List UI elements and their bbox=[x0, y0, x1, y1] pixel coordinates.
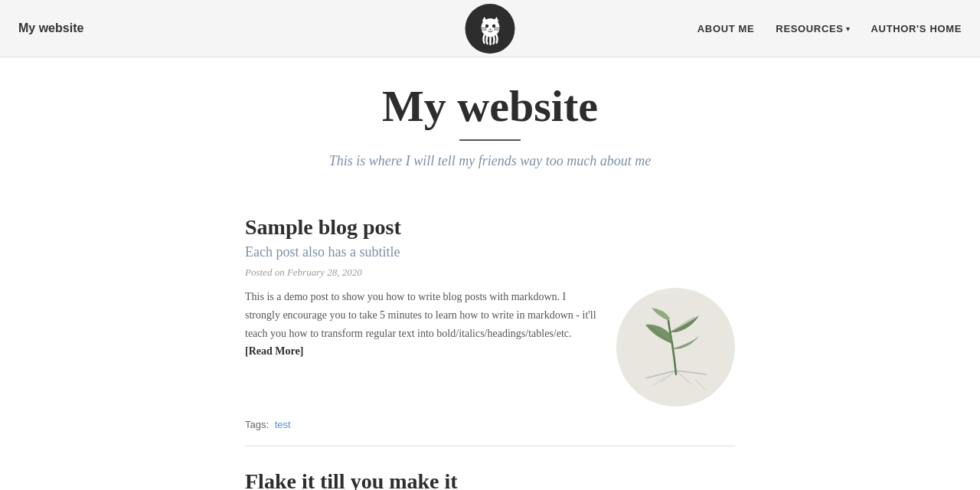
nav-brand[interactable]: My website bbox=[18, 21, 83, 35]
hero-divider bbox=[459, 139, 521, 141]
content-area: Sample blog post Each post also has a su… bbox=[130, 185, 850, 490]
nav-item-about[interactable]: ABOUT ME bbox=[697, 21, 755, 35]
blog-post-2-preview: Flake it till you make it bbox=[245, 454, 735, 490]
nav-item-author-home[interactable]: AUTHOR'S HOME bbox=[871, 21, 962, 35]
blog-listing: Sample blog post Each post also has a su… bbox=[245, 185, 735, 490]
post-subtitle-1: Each post also has a subtitle bbox=[245, 244, 735, 260]
blog-post-1: Sample blog post Each post also has a su… bbox=[245, 200, 735, 446]
post-tags-1: Tags: test bbox=[245, 419, 735, 430]
post-excerpt-1: This is a demo post to show you how to w… bbox=[245, 288, 601, 361]
hero-section: My website This is where I will tell my … bbox=[0, 57, 980, 185]
hero-title: My website bbox=[15, 80, 965, 132]
logo-circle bbox=[466, 4, 515, 54]
nav-link-resources[interactable]: RESOURCES bbox=[776, 23, 843, 34]
post-title-1[interactable]: Sample blog post bbox=[245, 215, 735, 240]
tags-label-1: Tags: bbox=[245, 419, 269, 430]
logo-center bbox=[466, 4, 515, 54]
nav-item-resources[interactable]: RESOURCES ▾ bbox=[776, 23, 849, 34]
svg-point-3 bbox=[485, 24, 488, 27]
svg-point-4 bbox=[492, 24, 495, 27]
nav-link-about[interactable]: ABOUT ME bbox=[697, 23, 755, 34]
tag-test[interactable]: test bbox=[275, 419, 291, 430]
navbar: My website bbox=[0, 0, 980, 57]
svg-point-5 bbox=[489, 28, 491, 30]
svg-marker-1 bbox=[482, 17, 487, 21]
post-excerpt-text-1: This is a demo post to show you how to w… bbox=[245, 291, 596, 339]
svg-marker-2 bbox=[493, 17, 498, 21]
nav-link-author-home[interactable]: AUTHOR'S HOME bbox=[871, 23, 962, 34]
nav-dropdown-resources[interactable]: RESOURCES ▾ bbox=[776, 23, 849, 34]
nav-links: ABOUT ME RESOURCES ▾ AUTHOR'S HOME bbox=[697, 21, 962, 35]
plant-illustration bbox=[622, 294, 730, 401]
logo-icon bbox=[473, 12, 507, 46]
post-body-1: This is a demo post to show you how to w… bbox=[245, 288, 735, 407]
chevron-down-icon: ▾ bbox=[846, 24, 850, 33]
post-thumbnail-1 bbox=[616, 288, 735, 407]
post-meta-1: Posted on February 28, 2020 bbox=[245, 266, 735, 279]
read-more-link-1[interactable]: [Read More] bbox=[245, 345, 303, 357]
post-title-2[interactable]: Flake it till you make it bbox=[245, 454, 735, 490]
hero-subtitle: This is where I will tell my friends way… bbox=[15, 153, 965, 169]
